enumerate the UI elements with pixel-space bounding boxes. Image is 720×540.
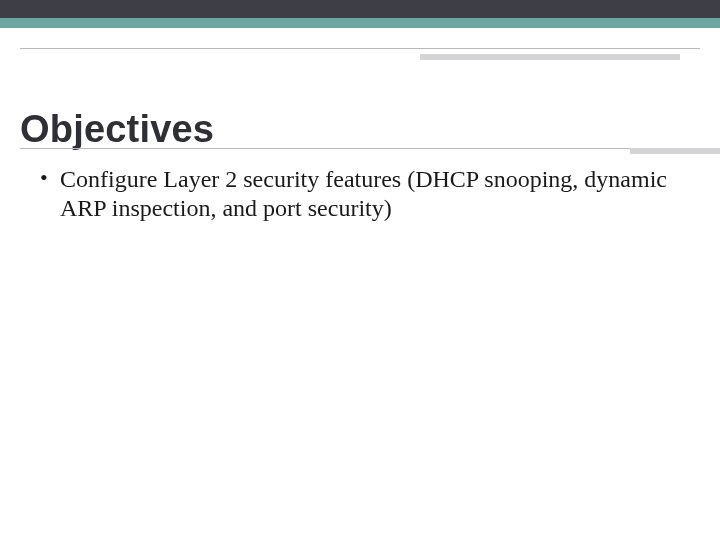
title-row: Objectives <box>20 110 700 148</box>
top-accent-teal <box>0 18 720 28</box>
slide: Objectives Configure Layer 2 security fe… <box>0 0 720 540</box>
title-rule-top <box>20 48 700 49</box>
title-rule-bottom-right-segment <box>630 148 720 154</box>
title-rule-bottom <box>20 148 700 149</box>
slide-title: Objectives <box>20 110 700 148</box>
list-item: Configure Layer 2 security features (DHC… <box>38 165 678 224</box>
top-accent-bar <box>0 0 720 28</box>
top-accent-dark <box>0 0 720 18</box>
bullet-list: Configure Layer 2 security features (DHC… <box>38 165 678 224</box>
slide-body: Configure Layer 2 security features (DHC… <box>38 165 678 224</box>
bullet-text: Configure Layer 2 security features (DHC… <box>60 166 667 221</box>
title-rule-top-right-segment <box>420 54 680 60</box>
